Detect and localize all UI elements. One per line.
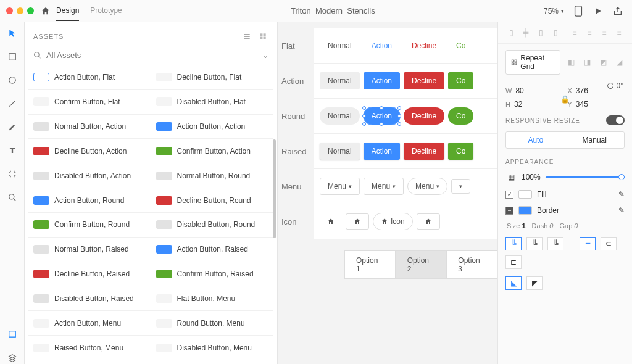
border-checkbox[interactable]: – xyxy=(505,207,514,215)
round-normal-button[interactable]: Normal xyxy=(320,107,360,125)
resize-handle[interactable] xyxy=(397,122,401,126)
tab-prototype[interactable]: Prototype xyxy=(90,1,122,21)
asset-item[interactable]: Action Button, Round xyxy=(28,188,151,213)
asset-item[interactable]: Normal Button, Raised xyxy=(28,238,151,262)
eyedropper-icon[interactable]: ✎ xyxy=(618,190,625,199)
fill-swatch[interactable] xyxy=(518,190,532,199)
chevron-down-icon[interactable]: ⌄ xyxy=(262,51,268,60)
select-tool-icon[interactable] xyxy=(6,27,19,39)
rotation-value[interactable]: 0° xyxy=(617,81,623,90)
distribute-icon[interactable]: ≡ xyxy=(599,27,610,38)
stroke-outer-icon[interactable]: ╚ xyxy=(547,237,563,250)
height-input[interactable] xyxy=(514,100,539,109)
list-view-icon[interactable] xyxy=(241,31,252,42)
text-tool-icon[interactable] xyxy=(6,144,19,157)
asset-item[interactable]: Action Button, Menu xyxy=(28,311,151,336)
icon-button-round[interactable]: Icon xyxy=(373,213,413,230)
align-top-icon[interactable]: ▯ xyxy=(550,27,561,38)
join-round-icon[interactable]: ◤ xyxy=(526,276,543,290)
boolean-subtract-icon[interactable]: ◨ xyxy=(581,57,592,68)
opacity-value[interactable]: 100% xyxy=(522,173,541,181)
border-swatch[interactable] xyxy=(518,206,532,215)
flat-confirm-button[interactable]: Co xyxy=(448,37,473,54)
responsive-toggle[interactable] xyxy=(606,115,625,125)
border-gap[interactable]: 0 xyxy=(574,222,578,230)
raised-action-button[interactable]: Action xyxy=(364,143,400,160)
line-tool-icon[interactable] xyxy=(6,97,19,110)
artboard-tab[interactable]: Option 2 xyxy=(396,250,447,279)
boolean-intersect-icon[interactable]: ◩ xyxy=(597,57,609,68)
scrollbar-thumb[interactable] xyxy=(273,139,276,238)
flat-decline-button[interactable]: Decline xyxy=(404,37,444,54)
distribute-h-icon[interactable]: ≡ xyxy=(569,27,580,38)
zoom-dropdown[interactable]: 75% ▾ xyxy=(544,7,564,15)
resize-handle[interactable] xyxy=(362,122,366,126)
tab-design[interactable]: Design xyxy=(56,1,79,21)
asset-item[interactable]: Confirm Button, Raised xyxy=(151,262,274,287)
asset-item[interactable]: Confirm Button, Action xyxy=(151,139,274,163)
icon-button[interactable] xyxy=(346,213,369,230)
asset-item[interactable]: Disabled Button, Action xyxy=(28,163,151,188)
asset-item[interactable]: Normal Button, Action xyxy=(28,115,151,139)
assets-search[interactable]: ⌄ xyxy=(25,46,277,65)
device-preview-icon[interactable] xyxy=(573,6,584,17)
y-input[interactable] xyxy=(576,100,601,109)
asset-item[interactable]: Disabled Button, Flat xyxy=(151,90,274,115)
repeat-grid-button[interactable]: Repeat Grid xyxy=(505,50,560,75)
resize-handle[interactable] xyxy=(362,106,366,110)
action-normal-button[interactable]: Normal xyxy=(320,72,360,89)
asset-item[interactable]: Disabled Button, Round xyxy=(151,213,274,238)
distribute-v-icon[interactable]: ≡ xyxy=(584,27,595,38)
canvas[interactable]: Flat Normal Action Decline Co Action Nor… xyxy=(278,22,497,364)
stroke-inner-icon[interactable]: ╚ xyxy=(505,237,522,250)
action-action-button[interactable]: Action xyxy=(364,72,400,89)
asset-item[interactable]: Confirm Button, Round xyxy=(28,213,151,238)
ellipse-tool-icon[interactable] xyxy=(6,74,19,86)
asset-item[interactable]: Flat Button, Menu xyxy=(151,286,274,311)
asset-item[interactable]: Round Button, Menu xyxy=(151,311,274,336)
stroke-center-icon[interactable]: ╚ xyxy=(526,237,543,250)
pen-tool-icon[interactable] xyxy=(6,121,19,133)
distribute-icon[interactable]: ≡ xyxy=(613,27,625,38)
border-dash[interactable]: 0 xyxy=(549,222,553,230)
asset-item[interactable]: Decline Button, Action xyxy=(28,139,151,163)
cap-butt-icon[interactable]: ━ xyxy=(580,237,596,250)
menu-button[interactable]: Menu▾ xyxy=(364,178,404,195)
icon-button[interactable] xyxy=(417,213,440,230)
layers-panel-icon[interactable] xyxy=(6,352,19,364)
menu-button[interactable]: ▾ xyxy=(451,179,470,194)
action-confirm-button[interactable]: Co xyxy=(448,72,473,89)
menu-button-round[interactable]: Menu▾ xyxy=(407,178,447,195)
fill-checkbox[interactable]: ✓ xyxy=(505,191,514,199)
resize-handle[interactable] xyxy=(397,106,401,110)
rectangle-tool-icon[interactable] xyxy=(6,51,19,63)
opacity-slider[interactable] xyxy=(546,176,625,178)
artboard-tab[interactable]: Option 1 xyxy=(344,250,396,279)
maximize-icon[interactable] xyxy=(27,7,34,14)
menu-button[interactable]: Menu▾ xyxy=(320,178,360,195)
assets-search-input[interactable] xyxy=(46,51,257,60)
home-icon[interactable] xyxy=(40,6,51,17)
border-size[interactable]: 1 xyxy=(522,222,525,230)
play-icon[interactable] xyxy=(592,6,604,17)
action-decline-button[interactable]: Decline xyxy=(404,72,444,89)
asset-item[interactable]: Confirm Button, Flat xyxy=(28,90,151,115)
align-center-h-icon[interactable]: ╪ xyxy=(520,27,531,38)
zoom-tool-icon[interactable] xyxy=(6,191,19,204)
asset-item[interactable]: Disabled Button, Menu xyxy=(151,336,274,360)
raised-decline-button[interactable]: Decline xyxy=(404,143,444,160)
flat-normal-button[interactable]: Normal xyxy=(320,37,360,54)
round-confirm-button[interactable]: Co xyxy=(448,107,473,125)
resize-handle[interactable] xyxy=(397,114,401,118)
icon-button-flat[interactable] xyxy=(320,214,342,229)
flat-action-button[interactable]: Action xyxy=(364,37,400,54)
cap-square-icon[interactable]: ⊏ xyxy=(505,255,522,269)
round-action-button-selected[interactable]: Action xyxy=(364,107,400,125)
asset-item[interactable]: Action Button, Action xyxy=(151,115,274,139)
grid-view-icon[interactable] xyxy=(257,31,268,42)
align-right-icon[interactable]: ▯ xyxy=(535,27,546,38)
asset-item[interactable]: Disabled Button, Raised xyxy=(28,286,151,311)
resize-handle[interactable] xyxy=(380,122,383,126)
asset-item[interactable]: Decline Button, Flat xyxy=(151,65,274,90)
asset-item[interactable]: Action Button, Flat xyxy=(28,65,151,90)
